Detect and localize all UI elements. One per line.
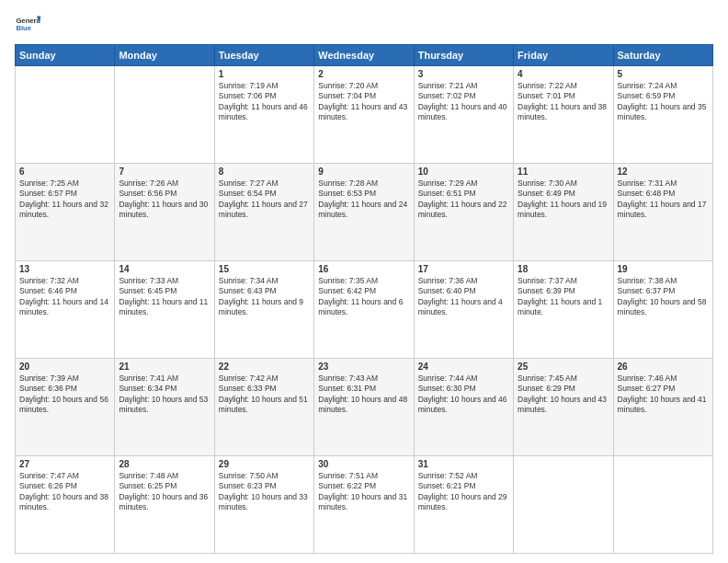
- cell-info: Sunrise: 7:31 AMSunset: 6:48 PMDaylight:…: [618, 178, 709, 221]
- daylight-text: Daylight: 11 hours and 38 minutes.: [518, 102, 609, 123]
- week-row-1: 1Sunrise: 7:19 AMSunset: 7:06 PMDaylight…: [16, 66, 713, 164]
- day-number: 19: [618, 264, 709, 274]
- calendar-cell: 30Sunrise: 7:51 AMSunset: 6:22 PMDayligh…: [314, 456, 414, 554]
- sunset-text: Sunset: 6:48 PM: [618, 189, 709, 199]
- sunset-text: Sunset: 6:49 PM: [518, 189, 609, 199]
- sunrise-text: Sunrise: 7:22 AM: [518, 81, 609, 91]
- day-number: 22: [219, 362, 310, 372]
- daylight-text: Daylight: 10 hours and 41 minutes.: [618, 395, 709, 416]
- day-number: 20: [19, 362, 110, 372]
- sunset-text: Sunset: 6:22 PM: [318, 481, 409, 491]
- day-number: 7: [119, 167, 210, 177]
- sunrise-text: Sunrise: 7:46 AM: [618, 373, 709, 384]
- day-number: 13: [19, 264, 110, 274]
- calendar-cell: 21Sunrise: 7:41 AMSunset: 6:34 PMDayligh…: [115, 359, 214, 456]
- sunset-text: Sunset: 6:33 PM: [219, 384, 310, 394]
- calendar-cell: 10Sunrise: 7:29 AMSunset: 6:51 PMDayligh…: [414, 164, 513, 261]
- cell-info: Sunrise: 7:27 AMSunset: 6:54 PMDaylight:…: [219, 178, 310, 221]
- sunset-text: Sunset: 6:53 PM: [318, 189, 409, 199]
- column-header-sunday: Sunday: [16, 45, 115, 66]
- daylight-text: Daylight: 10 hours and 51 minutes.: [219, 395, 310, 416]
- daylight-text: Daylight: 10 hours and 43 minutes.: [518, 395, 609, 416]
- logo: General Blue: [15, 11, 44, 37]
- week-row-3: 13Sunrise: 7:32 AMSunset: 6:46 PMDayligh…: [16, 261, 713, 359]
- cell-info: Sunrise: 7:30 AMSunset: 6:49 PMDaylight:…: [518, 178, 609, 221]
- daylight-text: Daylight: 11 hours and 32 minutes.: [19, 200, 110, 221]
- calendar-cell: 17Sunrise: 7:36 AMSunset: 6:40 PMDayligh…: [414, 261, 513, 359]
- sunset-text: Sunset: 6:57 PM: [19, 189, 110, 199]
- cell-info: Sunrise: 7:46 AMSunset: 6:27 PMDaylight:…: [618, 373, 709, 416]
- sunrise-text: Sunrise: 7:21 AM: [418, 81, 509, 91]
- cell-info: Sunrise: 7:47 AMSunset: 6:26 PMDaylight:…: [19, 471, 110, 513]
- sunrise-text: Sunrise: 7:41 AM: [119, 373, 210, 384]
- calendar-cell: 7Sunrise: 7:26 AMSunset: 6:56 PMDaylight…: [115, 164, 214, 261]
- cell-info: Sunrise: 7:48 AMSunset: 6:25 PMDaylight:…: [119, 471, 210, 513]
- sunrise-text: Sunrise: 7:52 AM: [418, 471, 509, 481]
- sunset-text: Sunset: 6:42 PM: [318, 286, 409, 296]
- cell-info: Sunrise: 7:41 AMSunset: 6:34 PMDaylight:…: [119, 373, 210, 416]
- daylight-text: Daylight: 11 hours and 11 minutes.: [119, 297, 210, 318]
- cell-info: Sunrise: 7:29 AMSunset: 6:51 PMDaylight:…: [418, 178, 509, 221]
- sunset-text: Sunset: 6:40 PM: [418, 286, 509, 296]
- daylight-text: Daylight: 11 hours and 17 minutes.: [618, 200, 709, 221]
- sunset-text: Sunset: 7:06 PM: [219, 91, 310, 101]
- sunset-text: Sunset: 6:30 PM: [418, 384, 509, 394]
- daylight-text: Daylight: 11 hours and 30 minutes.: [119, 200, 210, 221]
- cell-info: Sunrise: 7:22 AMSunset: 7:01 PMDaylight:…: [518, 81, 609, 123]
- daylight-text: Daylight: 10 hours and 46 minutes.: [418, 395, 509, 416]
- calendar-cell: 24Sunrise: 7:44 AMSunset: 6:30 PMDayligh…: [414, 359, 513, 456]
- column-header-monday: Monday: [115, 45, 214, 66]
- calendar-cell: [16, 66, 115, 164]
- cell-info: Sunrise: 7:38 AMSunset: 6:37 PMDaylight:…: [618, 276, 709, 318]
- daylight-text: Daylight: 11 hours and 35 minutes.: [618, 102, 709, 123]
- day-number: 10: [418, 167, 509, 177]
- calendar-cell: [115, 66, 214, 164]
- daylight-text: Daylight: 11 hours and 6 minutes.: [318, 297, 409, 318]
- column-header-friday: Friday: [514, 45, 613, 66]
- logo-icon: General Blue: [15, 11, 40, 37]
- day-number: 31: [418, 459, 509, 469]
- cell-info: Sunrise: 7:32 AMSunset: 6:46 PMDaylight:…: [19, 276, 110, 318]
- calendar-cell: 12Sunrise: 7:31 AMSunset: 6:48 PMDayligh…: [613, 164, 712, 261]
- sunrise-text: Sunrise: 7:27 AM: [219, 178, 310, 189]
- sunrise-text: Sunrise: 7:28 AM: [318, 178, 409, 189]
- sunset-text: Sunset: 6:21 PM: [418, 481, 509, 491]
- cell-info: Sunrise: 7:20 AMSunset: 7:04 PMDaylight:…: [318, 81, 409, 123]
- sunrise-text: Sunrise: 7:19 AM: [219, 81, 310, 91]
- sunrise-text: Sunrise: 7:37 AM: [518, 276, 609, 286]
- page: General Blue SundayMondayTuesdayWednesda…: [0, 0, 728, 563]
- sunrise-text: Sunrise: 7:47 AM: [19, 471, 110, 481]
- week-row-4: 20Sunrise: 7:39 AMSunset: 6:36 PMDayligh…: [16, 359, 713, 456]
- day-number: 21: [119, 362, 210, 372]
- day-number: 25: [518, 362, 609, 372]
- daylight-text: Daylight: 11 hours and 40 minutes.: [418, 102, 509, 123]
- sunrise-text: Sunrise: 7:32 AM: [19, 276, 110, 286]
- sunrise-text: Sunrise: 7:39 AM: [19, 373, 110, 384]
- calendar-cell: 16Sunrise: 7:35 AMSunset: 6:42 PMDayligh…: [314, 261, 414, 359]
- daylight-text: Daylight: 11 hours and 27 minutes.: [219, 200, 310, 221]
- sunset-text: Sunset: 6:46 PM: [19, 286, 110, 296]
- cell-info: Sunrise: 7:39 AMSunset: 6:36 PMDaylight:…: [19, 373, 110, 416]
- day-number: 4: [518, 69, 609, 79]
- cell-info: Sunrise: 7:26 AMSunset: 6:56 PMDaylight:…: [119, 178, 210, 221]
- calendar-table: SundayMondayTuesdayWednesdayThursdayFrid…: [15, 44, 713, 554]
- sunset-text: Sunset: 6:34 PM: [119, 384, 210, 394]
- column-header-tuesday: Tuesday: [214, 45, 313, 66]
- daylight-text: Daylight: 10 hours and 48 minutes.: [318, 395, 409, 416]
- daylight-text: Daylight: 11 hours and 22 minutes.: [418, 200, 509, 221]
- calendar-cell: 18Sunrise: 7:37 AMSunset: 6:39 PMDayligh…: [514, 261, 613, 359]
- header: General Blue: [15, 11, 713, 37]
- day-number: 15: [219, 264, 310, 274]
- daylight-text: Daylight: 10 hours and 56 minutes.: [19, 395, 110, 416]
- sunrise-text: Sunrise: 7:24 AM: [618, 81, 709, 91]
- calendar-cell: 6Sunrise: 7:25 AMSunset: 6:57 PMDaylight…: [16, 164, 115, 261]
- sunrise-text: Sunrise: 7:26 AM: [119, 178, 210, 189]
- day-number: 17: [418, 264, 509, 274]
- week-row-2: 6Sunrise: 7:25 AMSunset: 6:57 PMDaylight…: [16, 164, 713, 261]
- calendar-cell: 31Sunrise: 7:52 AMSunset: 6:21 PMDayligh…: [414, 456, 513, 554]
- sunrise-text: Sunrise: 7:51 AM: [318, 471, 409, 481]
- daylight-text: Daylight: 11 hours and 4 minutes.: [418, 297, 509, 318]
- sunrise-text: Sunrise: 7:43 AM: [318, 373, 409, 384]
- sunrise-text: Sunrise: 7:35 AM: [318, 276, 409, 286]
- sunrise-text: Sunrise: 7:44 AM: [418, 373, 509, 384]
